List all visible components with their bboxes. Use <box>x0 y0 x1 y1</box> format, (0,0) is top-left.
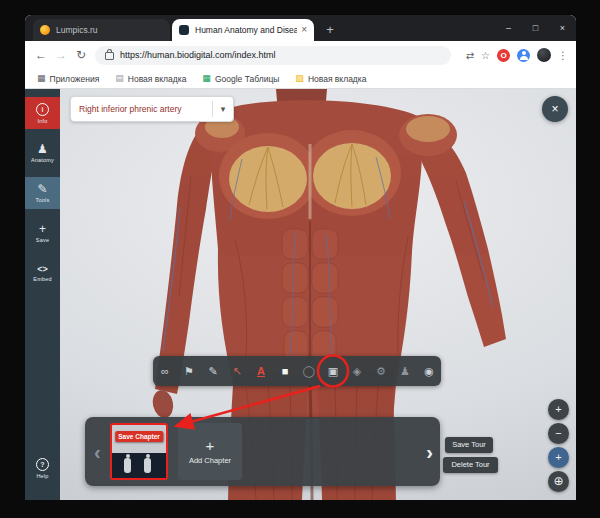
save-tour-button[interactable]: Save Tour <box>445 437 493 453</box>
figure-silhouette-icon <box>144 458 151 473</box>
save-chapter-button[interactable]: Save Chapter <box>115 431 163 442</box>
sidebar-item-label: Save <box>36 237 49 243</box>
selected-anatomy-label: Right inferior phrenic artery <box>71 104 212 114</box>
reload-icon[interactable]: ↻ <box>71 48 91 62</box>
maximize-button[interactable]: □ <box>522 15 549 41</box>
pen-tool-icon[interactable]: ✎ <box>201 356 225 386</box>
yellow-icon: ▨ <box>295 74 304 83</box>
sidebar-item-label: Tools <box>36 197 50 203</box>
url-text: https://human.biodigital.com/index.html <box>120 50 276 60</box>
window-controls: – □ × <box>495 15 576 41</box>
add-view-button[interactable]: + <box>548 447 569 468</box>
chevron-down-icon[interactable]: ▾ <box>213 104 233 114</box>
zoom-out-button[interactable]: − <box>548 423 569 444</box>
bookmarks-bar: ▦ Приложения ▤ Новая вкладка ▦ Google Та… <box>25 69 576 89</box>
effects-tool-icon[interactable]: ◈ <box>345 356 369 386</box>
new-tab-button[interactable]: + <box>321 21 339 39</box>
binoculars-icon[interactable]: ∞ <box>153 356 177 386</box>
info-icon: i <box>36 103 49 116</box>
browser-window: Lumpics.ru Human Anatomy and Disease in … <box>25 15 576 500</box>
model-tool-icon[interactable]: ♟ <box>393 356 417 386</box>
chapters-prev-icon[interactable]: ‹ <box>94 442 101 462</box>
chapter-thumbnail[interactable]: Save Chapter <box>110 423 168 480</box>
zoom-in-button[interactable]: + <box>548 399 569 420</box>
adblock-extension-icon[interactable]: O <box>497 49 510 62</box>
close-viewer-button[interactable]: × <box>542 96 568 122</box>
bookmark-label: Приложения <box>50 74 100 84</box>
apps-grid-icon: ▦ <box>37 74 46 83</box>
sidebar-item-label: Embed <box>33 276 51 282</box>
lumpics-favicon-icon <box>40 25 50 35</box>
sidebar-item-info[interactable]: i Info <box>25 97 60 129</box>
code-brackets-icon: <> <box>37 264 48 274</box>
sidebar-item-save[interactable]: + Save <box>25 217 60 249</box>
square-tool-icon[interactable]: ■ <box>273 356 297 386</box>
bookmark-google-sheets[interactable]: ▦ Google Таблицы <box>202 74 279 84</box>
add-chapter-label: Add Chapter <box>189 456 231 465</box>
sheets-icon: ▦ <box>202 74 211 83</box>
plus-icon: + <box>206 438 215 453</box>
bookmark-new-tab-2[interactable]: ▨ Новая вкладка <box>295 74 366 84</box>
delete-tour-button[interactable]: Delete Tour <box>443 457 498 473</box>
tab-strip: Lumpics.ru Human Anatomy and Disease in … <box>25 15 576 41</box>
toolbar-drag-handle[interactable]: ⋮ <box>159 389 170 401</box>
sidebar-item-label: Help <box>36 473 48 479</box>
pencil-icon: ✎ <box>37 183 47 195</box>
bookmark-tool-icon[interactable]: ▣ <box>321 356 345 386</box>
profile-extension-icon[interactable] <box>517 49 530 62</box>
forward-icon[interactable]: → <box>51 48 71 62</box>
sidebar-item-tools[interactable]: ✎ Tools <box>25 177 60 209</box>
user-avatar[interactable] <box>537 48 551 62</box>
anatomy-search-dropdown[interactable]: Right inferior phrenic artery ▾ <box>70 96 234 122</box>
lock-icon <box>105 52 114 60</box>
center-view-button[interactable]: ⊕ <box>548 471 569 492</box>
tab-close-icon[interactable]: × <box>301 25 307 35</box>
page-content: i Info ♟ Anatomy ✎ Tools + Save <> Embed… <box>25 89 576 500</box>
camera-tool-icon[interactable]: ◉ <box>417 356 441 386</box>
bookmark-label: Новая вкладка <box>128 74 187 84</box>
page-icon: ▤ <box>115 74 124 83</box>
bookmark-new-tab[interactable]: ▤ Новая вкладка <box>115 74 186 84</box>
chrome-menu-icon[interactable]: ⋮ <box>558 50 568 61</box>
bookmark-label: Новая вкладка <box>308 74 367 84</box>
add-chapter-button[interactable]: + Add Chapter <box>178 423 242 480</box>
sidebar-item-label: Info <box>38 118 48 124</box>
address-bar: ← → ↻ https://human.biodigital.com/index… <box>25 41 576 69</box>
translate-icon[interactable]: ⇄ <box>466 50 474 61</box>
anatomy-figure-icon: ♟ <box>37 143 48 155</box>
tab-title: Human Anatomy and Disease in <box>195 25 297 35</box>
circle-tool-icon[interactable]: ◯ <box>297 356 321 386</box>
flag-tool-icon[interactable]: ⚑ <box>177 356 201 386</box>
tab-title: Lumpics.ru <box>56 25 163 35</box>
sidebar-item-anatomy[interactable]: ♟ Anatomy <box>25 137 60 169</box>
sidebar-item-embed[interactable]: <> Embed <box>25 257 60 289</box>
chapters-panel: ‹ Save Chapter + Add Chapter › <box>85 417 440 486</box>
url-field[interactable]: https://human.biodigital.com/index.html <box>95 46 451 65</box>
pointer-tool-icon[interactable]: ↖ <box>225 356 249 386</box>
close-window-button[interactable]: × <box>549 15 576 41</box>
sidebar-item-help[interactable]: ? Help <box>25 452 60 484</box>
bookmark-star-icon[interactable]: ☆ <box>481 50 490 61</box>
bookmark-label: Google Таблицы <box>215 74 279 84</box>
annotation-toolbar: ∞ ⚑ ✎ ↖ A ■ ◯ ▣ ◈ ⚙ ♟ ◉ <box>153 356 441 386</box>
plus-icon: + <box>39 223 46 235</box>
chapters-next-icon[interactable]: › <box>426 442 433 462</box>
tab-biodigital[interactable]: Human Anatomy and Disease in × <box>172 19 314 41</box>
back-icon[interactable]: ← <box>31 48 51 62</box>
text-tool-icon[interactable]: A <box>249 356 273 386</box>
biodigital-favicon-icon <box>179 25 189 35</box>
help-icon: ? <box>36 458 49 471</box>
settings-tool-icon[interactable]: ⚙ <box>369 356 393 386</box>
minimize-button[interactable]: – <box>495 15 522 41</box>
chapter-thumbnail-image <box>112 453 166 478</box>
bookmark-apps[interactable]: ▦ Приложения <box>37 74 99 84</box>
figure-silhouette-icon <box>124 458 131 473</box>
tab-lumpics[interactable]: Lumpics.ru <box>33 19 170 41</box>
app-sidebar: i Info ♟ Anatomy ✎ Tools + Save <> Embed… <box>25 89 60 500</box>
sidebar-item-label: Anatomy <box>31 157 54 163</box>
anatomy-viewport[interactable]: Right inferior phrenic artery ▾ × ∞ ⚑ ✎ … <box>60 89 576 500</box>
